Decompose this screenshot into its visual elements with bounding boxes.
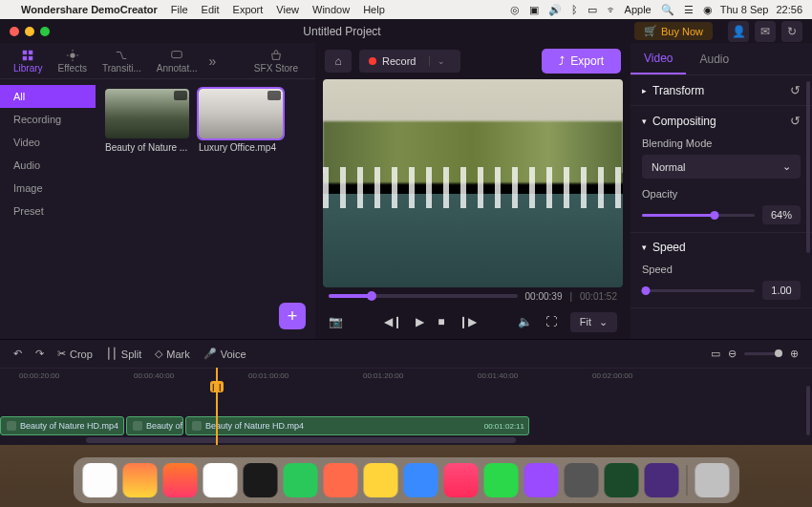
caret-down-icon[interactable]: ▸ [642,86,647,95]
dock-app-icon[interactable] [444,463,479,497]
control-center-icon[interactable]: ☰ [684,4,694,16]
cat-all[interactable]: All [0,85,96,108]
opacity-value[interactable]: 64% [762,205,801,224]
minimize-icon[interactable] [25,27,34,36]
wifi-icon[interactable]: ᯤ [607,4,617,15]
next-frame-button[interactable]: ❙▶ [459,315,477,328]
cat-image[interactable]: Image [0,177,96,200]
dock-app-icon[interactable] [83,463,118,497]
fit-select[interactable]: Fit⌄ [570,312,617,332]
timeline-h-scrollbar[interactable] [86,437,802,443]
dock-trash-icon[interactable] [695,463,730,497]
menu-window[interactable]: Window [312,4,350,15]
user-icon[interactable]: 👤 [728,21,749,42]
status-icon[interactable]: ◎ [510,4,520,16]
dock-app-icon[interactable] [203,463,238,497]
battery-icon[interactable]: ▭ [588,4,597,16]
reset-icon[interactable]: ↺ [790,83,801,97]
menu-file[interactable]: File [171,4,188,15]
timeline-tracks[interactable]: Beauty of Nature HD.mp4 Beauty of N Beau… [0,386,812,445]
reset-icon[interactable]: ↺ [790,114,801,128]
dock-app-icon[interactable] [524,463,559,497]
cat-audio[interactable]: Audio [0,154,96,177]
dock-app-icon[interactable] [163,463,198,497]
cat-video[interactable]: Video [0,131,96,154]
stop-button[interactable]: ■ [438,315,444,328]
props-tab-video[interactable]: Video [630,43,686,74]
dock-app-icon[interactable] [605,463,639,497]
zoom-in-button[interactable]: ⊕ [790,348,799,360]
dock-app-icon[interactable] [565,463,599,497]
preview-seekbar[interactable]: 00:00:39 | 00:01:52 [319,287,627,305]
timeline-ruler[interactable]: 00:00:20:00 00:00:40:00 00:01:00:00 00:0… [0,369,812,386]
props-tab-audio[interactable]: Audio [686,43,742,74]
export-button[interactable]: ⤴Export [542,49,621,74]
zoom-slider[interactable] [744,352,782,355]
speed-value[interactable]: 1.00 [762,281,801,300]
search-icon[interactable]: 🔍 [661,4,674,16]
play-button[interactable]: ▶ [416,315,424,328]
caret-down-icon[interactable]: ▾ [642,116,647,126]
status-icon[interactable]: ▣ [529,4,539,16]
home-button[interactable]: ⌂ [325,50,352,73]
menu-edit[interactable]: Edit [202,4,220,15]
media-item[interactable]: Beauty of Nature ... [105,89,189,153]
status-time[interactable]: 22:56 [776,4,802,15]
fit-timeline-button[interactable]: ▭ [711,348,720,360]
menu-help[interactable]: Help [363,4,385,15]
clip[interactable]: Beauty of N [126,416,183,435]
dock-app-icon[interactable] [324,463,358,497]
app-name[interactable]: Wondershare DemoCreator [21,4,158,15]
media-item[interactable]: Luxury Office.mp4 [199,89,283,153]
sfx-store-button[interactable]: SFX Store [243,45,310,77]
dock-app-icon[interactable] [484,463,519,497]
fullscreen-button[interactable]: ⛶ [545,315,557,328]
playhead[interactable]: ❙❙ [216,368,218,445]
close-icon[interactable] [10,27,19,36]
volume-icon[interactable]: 🔊 [548,4,562,16]
snapshot-button[interactable]: 📷 [329,315,343,328]
seek-knob[interactable] [367,291,376,301]
status-date[interactable]: Thu 8 Sep [720,4,769,15]
props-scrollbar[interactable] [806,81,810,253]
preview-viewport[interactable] [323,79,623,287]
chevron-down-icon[interactable]: ⌄ [429,56,445,66]
tab-library[interactable]: Library [6,45,51,77]
split-icon: ⎮⎮ [106,348,118,360]
voice-button[interactable]: 🎤Voice [203,348,246,360]
opacity-slider[interactable] [642,214,755,217]
prev-frame-button[interactable]: ◀❙ [384,315,402,328]
record-button[interactable]: Record⌄ [359,50,460,73]
dock-app-icon[interactable] [244,463,278,497]
status-user[interactable]: Apple [625,4,652,15]
tab-annotations[interactable]: Annotat... [149,45,205,77]
cat-preset[interactable]: Preset [0,200,96,222]
zoom-out-button[interactable]: ⊖ [728,348,737,360]
inbox-icon[interactable]: ✉ [755,21,776,42]
siri-icon[interactable]: ◉ [703,4,713,16]
dock-app-icon[interactable] [645,463,679,497]
tab-effects[interactable]: Effects [51,45,95,77]
mute-button[interactable]: 🔈 [518,315,532,328]
add-media-button[interactable]: + [279,303,306,329]
blending-select[interactable]: Normal⌄ [642,155,801,179]
split-button[interactable]: ⎮⎮Split [106,348,141,360]
caret-down-icon[interactable]: ▾ [642,243,647,252]
bluetooth-icon[interactable]: ᛒ [571,4,578,15]
mark-button[interactable]: ◇Mark [155,348,189,360]
speed-slider[interactable] [642,289,755,292]
clip[interactable]: Beauty of Nature HD.mp400:01:02:11 [185,416,529,435]
dock-app-icon[interactable] [284,463,318,497]
tab-transitions[interactable]: Transiti... [95,45,149,77]
timeline-v-scrollbar[interactable] [806,386,810,435]
history-icon[interactable]: ↻ [781,21,802,42]
buy-now-button[interactable]: 🛒Buy Now [634,22,713,40]
menu-export[interactable]: Export [233,4,264,15]
maximize-icon[interactable] [40,27,50,36]
dock-app-icon[interactable] [364,463,398,497]
tab-more[interactable]: » [205,53,221,69]
dock-app-icon[interactable] [123,463,158,497]
menu-view[interactable]: View [276,4,299,15]
dock-app-icon[interactable] [404,463,438,497]
cat-recording[interactable]: Recording [0,108,96,131]
